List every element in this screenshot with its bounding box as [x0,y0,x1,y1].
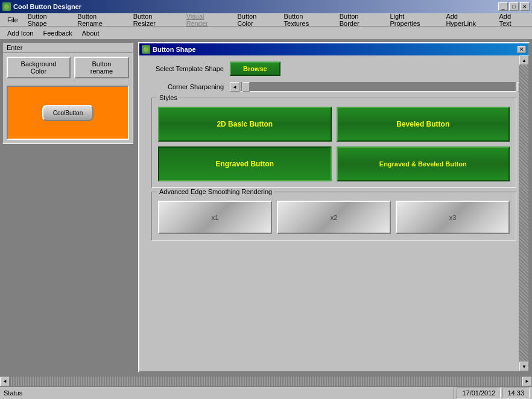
template-shape-label: Select Template Shape [145,65,224,72]
background-color-button[interactable]: Background Color [7,57,71,78]
styles-grid: 2D Basic Button Beveled Button Engraved … [158,107,510,181]
submenu-add-icon[interactable]: Add Icon [2,28,38,38]
scroll-track[interactable] [519,65,528,362]
template-shape-row: Select Template Shape Browse [145,61,522,76]
status-text: Status [0,387,454,399]
styles-group: Styles 2D Basic Button Beveled Button En… [151,98,516,188]
menu-bar: File Button Shape Button Rename Button R… [0,13,532,27]
maximize-button[interactable]: □ [509,2,519,11]
dialog-icon: 🟢 [142,45,150,54]
smoothing-group-label: Advanced Edge Smoothing Rendering [157,188,274,195]
left-panel: Enter Background Color Button rename not… [0,40,136,375]
dialog-close-button[interactable]: ✕ [518,46,526,53]
orange-preview-area: not registered CoolButton [7,86,129,140]
dialog-content: Select Template Shape Browse Corner Shar… [139,55,528,250]
status-right: 17/01/2012 14:33 [454,388,532,398]
submenu-feedback[interactable]: Feedback [38,28,77,38]
bottom-scrollbar: ◄ ► [0,376,532,386]
app-icon: 🟢 [2,2,11,11]
dialog-scrollbar: ▲ ▼ [519,55,528,371]
smooth-x3-button[interactable]: x3 [396,201,510,234]
smoothing-group: Advanced Edge Smoothing Rendering x1 x2 … [151,192,516,240]
browse-button[interactable]: Browse [230,61,280,76]
status-date: 17/01/2012 [457,388,501,398]
h-scroll-left-button[interactable]: ◄ [0,377,10,386]
main-area: Enter Background Color Button rename not… [0,40,532,375]
style-beveled-button[interactable]: Beveled Button [337,107,510,142]
corner-sharpening-slider: ◄ [230,82,522,92]
menu-button-resizer[interactable]: Button Resizer [128,11,182,28]
smoothing-buttons: x1 x2 x3 [158,201,510,234]
menu-visual-render[interactable]: Visual Render [182,11,233,28]
h-scroll-right-button[interactable]: ► [522,377,532,386]
menu-button-shape[interactable]: Button Shape [23,11,73,28]
right-panel: 🟢 Button Shape ✕ ▲ ▼ Select Template Sha… [136,40,532,375]
cool-button-preview[interactable]: CoolButton [42,105,93,121]
preview-group: Enter Background Color Button rename not… [2,42,133,144]
preview-group-title: Enter [3,43,133,53]
slider-thumb[interactable] [242,82,250,92]
preview-buttons-row: Background Color Button rename [3,53,133,82]
menu-add-text[interactable]: Add Text [494,11,530,28]
close-button[interactable]: ✕ [520,2,530,11]
menu-button-rename[interactable]: Button Rename [72,11,128,28]
menu-button-color[interactable]: Button Color [233,11,279,28]
button-rename-button[interactable]: Button rename [74,57,129,78]
styles-group-label: Styles [157,94,180,101]
corner-sharpening-label: Corner Sharpening [145,83,224,90]
style-engraved-button[interactable]: Engraved Button [158,146,332,181]
corner-sharpening-row: Corner Sharpening ◄ [145,82,522,92]
minimize-button[interactable]: _ [498,2,508,11]
scroll-down-button[interactable]: ▼ [519,362,529,371]
menu-button-border[interactable]: Button Border [335,11,385,28]
menu-light-properties[interactable]: Light Properties [385,11,441,28]
button-shape-dialog: 🟢 Button Shape ✕ ▲ ▼ Select Template Sha… [138,42,530,372]
status-bar: Status 17/01/2012 14:33 [0,386,532,399]
menu-add-hyperlink[interactable]: Add HyperLink [441,11,494,28]
slider-track[interactable] [241,82,516,92]
scroll-up-button[interactable]: ▲ [519,55,529,65]
title-bar-buttons: _ □ ✕ [498,2,530,11]
sub-menu-bar: Add Icon Feedback About [0,27,532,40]
smooth-x2-button[interactable]: x2 [277,201,391,234]
status-time: 14:33 [502,388,530,398]
h-scroll-track[interactable] [10,377,522,386]
dialog-title: Button Shape [153,46,515,53]
menu-file[interactable]: File [2,15,23,25]
style-2d-basic-button[interactable]: 2D Basic Button [158,107,332,142]
style-engraved-beveled-button[interactable]: Engraved & Beveled Button [337,146,510,181]
smooth-x1-button[interactable]: x1 [158,201,272,234]
slider-left-arrow[interactable]: ◄ [230,82,239,92]
title-bar-left: 🟢 Cool Button Designer [2,2,81,11]
dialog-title-bar: 🟢 Button Shape ✕ [139,43,528,55]
submenu-about[interactable]: About [77,28,104,38]
window-title: Cool Button Designer [13,3,81,10]
menu-button-textures[interactable]: Button Textures [279,11,335,28]
